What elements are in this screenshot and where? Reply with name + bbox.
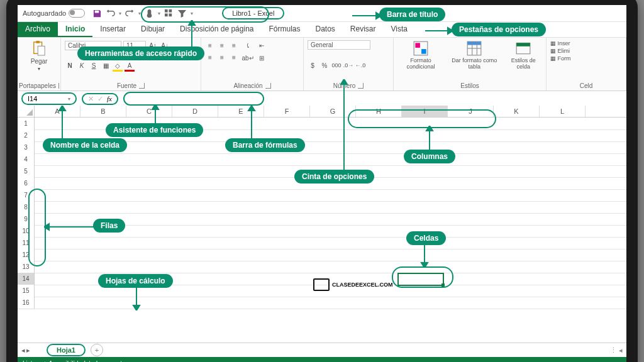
align-left-icon[interactable]: ≡ [205,53,215,63]
tab-archivo[interactable]: Archivo [18,22,58,37]
conditional-format-button[interactable]: Formato condicional [397,40,444,70]
col-header[interactable]: E [218,106,264,117]
callout-formula: Barra de fórmulas [225,138,305,152]
table-icon [466,40,482,57]
orientation-icon[interactable]: ⤹ [243,40,253,50]
format-as-table-button[interactable]: Dar formato como tabla [448,40,501,70]
toggle-icon[interactable] [69,9,85,18]
redo-icon[interactable] [125,9,135,18]
watermark-logo: CLASEDEEXCEL.COM [313,278,393,291]
callout-columns: Columnas [404,150,455,163]
row-header[interactable]: 6 [18,177,35,190]
col-header[interactable]: K [494,106,540,117]
cancel-icon[interactable]: ✕ [88,95,94,103]
percent-icon[interactable]: % [319,60,330,70]
row-header[interactable]: 15 [18,285,35,297]
group-clipboard: Pegar ▾ Portapapeles [18,38,61,90]
col-header[interactable]: C [126,106,172,117]
col-header[interactable]: B [80,106,126,117]
tab-datos[interactable]: Datos [308,22,343,37]
row-header[interactable]: 4 [18,153,35,166]
sheet-tab-bar: ◂ ▸ Hoja1 + ⋮ ◂ [18,343,626,357]
thousands-icon[interactable]: 000 [331,60,341,70]
sheet-nav-next-icon[interactable]: ▸ [26,346,30,354]
dialog-launcher-icon[interactable] [139,83,145,89]
formula-input[interactable] [123,92,264,106]
italic-icon[interactable]: K [77,61,87,71]
autosave-toggle[interactable]: Autoguardado [23,9,85,18]
status-bar: Listo ✦ Accesibilidad: todo correcto [18,357,626,362]
wrap-text-icon[interactable]: ab↵ [243,53,253,63]
autosave-label: Autoguardado [23,9,66,17]
align-right-icon[interactable]: ≡ [229,53,239,63]
row-header[interactable]: 14 [18,273,35,285]
merge-icon[interactable]: ⊞ [257,53,267,63]
row-header[interactable]: 3 [18,141,35,154]
tab-insertar[interactable]: Insertar [92,22,133,37]
styles-title: Estilos [460,82,479,89]
tab-vista[interactable]: Vista [384,22,415,37]
save-icon[interactable] [92,9,102,18]
bold-icon[interactable]: N [65,61,75,71]
callout-cells: Celdas [406,231,446,245]
insert-cells-button[interactable]: ▦ Inser [550,40,622,47]
col-header[interactable]: L [540,106,586,117]
status-ready: Listo [23,360,36,363]
tab-dibujar[interactable]: Dibujar [133,22,172,37]
increase-decimal-icon[interactable]: .0→ [343,60,353,70]
tab-disposicion[interactable]: Disposición de página [172,22,261,37]
underline-icon[interactable]: S [89,61,99,71]
svg-marker-26 [152,104,158,109]
sheet-nav-prev-icon[interactable]: ◂ [21,346,25,354]
align-bottom-icon[interactable]: ≡ [229,40,239,50]
decrease-decimal-icon[interactable]: ←.0 [355,60,365,70]
name-box[interactable]: I14 ▾ [21,92,77,105]
row-header[interactable]: 1 [18,118,35,130]
tab-revisar[interactable]: Revisar [343,22,384,37]
fill-color-icon[interactable]: ◇ [113,61,123,71]
row-header[interactable]: 2 [18,129,35,142]
dialog-launcher-icon[interactable] [358,83,364,89]
ribbon: Pegar ▾ Portapapeles Calibri 11 A↑ A↓ N … [18,38,626,91]
ring-rows [28,189,46,266]
clipboard-icon [32,40,46,57]
svg-marker-36 [421,263,428,268]
decrease-indent-icon[interactable]: ⇤ [257,40,267,50]
clipboard-title: Portapapeles [19,82,56,89]
enter-icon[interactable]: ✓ [97,95,103,103]
table-label: Dar formato como tabla [450,58,499,70]
delete-cells-button[interactable]: ▦ Elimi [550,48,622,54]
align-center-icon[interactable]: ≡ [217,53,227,63]
chevron-down-icon[interactable]: ▾ [68,96,70,102]
align-top-icon[interactable]: ≡ [205,40,215,50]
tab-formulas[interactable]: Fórmulas [261,22,308,37]
add-sheet-button[interactable]: + [91,344,103,356]
tab-inicio[interactable]: Inicio [58,22,92,37]
row-header[interactable]: 16 [18,297,35,309]
column-headers: A B C D E F G H I J K L [18,106,626,118]
cell-styles-button[interactable]: Estilos de celda [505,40,542,70]
ring-cell [392,266,453,288]
fx-icon[interactable]: fx [107,95,112,102]
paste-button[interactable]: Pegar ▾ [21,40,57,72]
monitor-icon [313,278,330,291]
format-cells-button[interactable]: ▦ Form [550,55,622,62]
font-color-icon[interactable]: A [125,61,135,71]
align-middle-icon[interactable]: ≡ [217,40,227,50]
accessibility-status[interactable]: ✦ Accesibilidad: todo correcto [42,360,126,363]
col-header[interactable]: F [264,106,310,117]
cell-styles-icon [515,40,531,57]
dialog-launcher-icon[interactable] [265,83,271,89]
sheet-tab[interactable]: Hoja1 [47,344,86,356]
number-format-select[interactable]: General [308,40,370,50]
dialog-launcher-icon[interactable] [58,83,59,89]
name-box-value: I14 [28,95,37,102]
select-all-corner[interactable] [18,106,35,117]
group-styles: Formato condicional Dar formato como tab… [394,38,547,90]
currency-icon[interactable]: $ [308,60,318,70]
row-header[interactable]: 5 [18,165,35,178]
col-header[interactable]: D [172,106,218,117]
group-font: Calibri 11 A↑ A↓ N K S ▦ ◇ A Fuente [61,38,201,90]
undo-icon[interactable] [106,9,115,18]
border-icon[interactable]: ▦ [101,61,111,71]
